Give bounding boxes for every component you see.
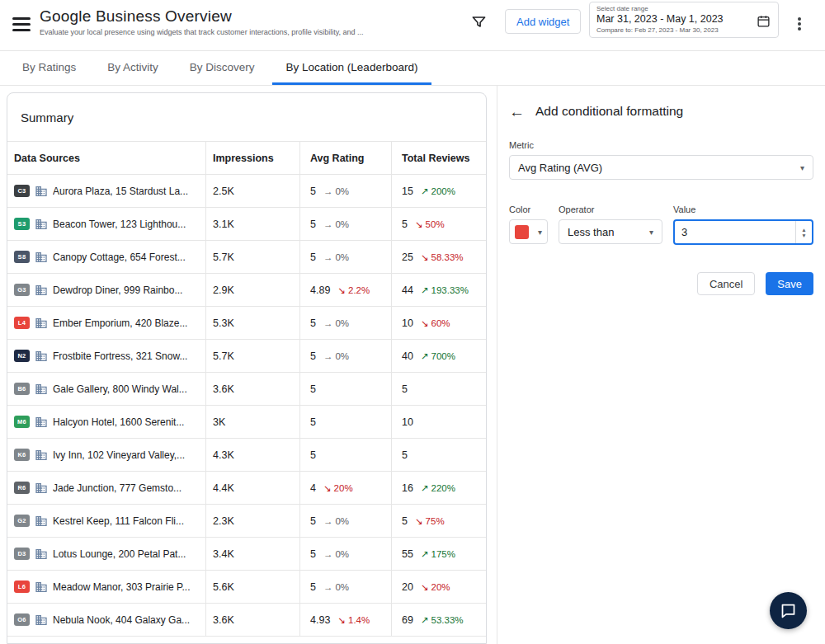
impressions-cell: 5.7K bbox=[205, 241, 299, 273]
tab[interactable]: By Activity bbox=[93, 51, 172, 85]
reviews-trend: ↗ 193.33% bbox=[421, 284, 469, 296]
back-button[interactable]: ← bbox=[509, 104, 525, 120]
page-subtitle: Evaluate your local presence using widge… bbox=[40, 28, 469, 36]
row-name: Aurora Plaza, 15 Stardust La... bbox=[53, 186, 188, 197]
reviews-value: 16 bbox=[402, 482, 413, 494]
total-reviews-cell: 40 ↗ 700% bbox=[391, 340, 486, 372]
tab[interactable]: By Ratings bbox=[8, 51, 90, 85]
total-reviews-cell: 55 ↗ 175% bbox=[391, 538, 486, 570]
filter-button[interactable] bbox=[468, 11, 489, 32]
value-input[interactable] bbox=[673, 219, 813, 245]
metric-select[interactable]: Avg Rating (AVG) ▾ bbox=[509, 155, 813, 180]
cancel-button[interactable]: Cancel bbox=[697, 272, 755, 295]
rating-value: 4.93 bbox=[310, 614, 330, 626]
data-source-cell: S8 Canopy Cottage, 654 Forest... bbox=[7, 241, 205, 273]
add-widget-button[interactable]: Add widget bbox=[505, 9, 581, 34]
tab-label: By Location (Leaderboard) bbox=[286, 61, 418, 73]
calendar-icon bbox=[757, 14, 771, 31]
reviews-trend: ↗ 700% bbox=[421, 350, 455, 362]
more-options-button[interactable] bbox=[793, 13, 806, 35]
row-badge: L4 bbox=[14, 317, 30, 329]
table-row[interactable]: D3 Lotus Lounge, 200 Petal Pat... 3.4K 5… bbox=[7, 538, 486, 571]
table-row[interactable]: B6 Gale Gallery, 800 Windy Wal... 3.6K 5… bbox=[7, 373, 486, 406]
title-block: Google Business Overview Evaluate your l… bbox=[40, 7, 469, 36]
reviews-value: 44 bbox=[402, 284, 413, 296]
impressions-cell: 3.1K bbox=[205, 208, 299, 240]
trend-arrow: ↗ bbox=[421, 186, 429, 197]
row-badge: D3 bbox=[14, 548, 30, 560]
table-row[interactable]: M6 Halcyon Hotel, 1600 Serenit... 3K 5 1… bbox=[7, 406, 486, 439]
building-icon bbox=[35, 416, 48, 429]
rating-value: 5 bbox=[310, 383, 316, 395]
rating-trend: → 0% bbox=[323, 186, 349, 196]
spinner-up-button[interactable]: ▲ bbox=[801, 227, 806, 233]
avg-rating-cell: 5 → 0% bbox=[299, 505, 391, 537]
reviews-trend: ↗ 53.33% bbox=[421, 614, 464, 626]
rating-trend: ↘ 2.2% bbox=[337, 284, 370, 296]
rating-value: 5 bbox=[310, 449, 316, 461]
trend-pct: 0% bbox=[335, 351, 349, 361]
impressions-cell: 2.9K bbox=[205, 274, 299, 306]
table-row[interactable]: C3 Aurora Plaza, 15 Stardust La... 2.5K … bbox=[7, 175, 486, 208]
table-row[interactable]: R6 Jade Junction, 777 Gemsto... 4.4K 4 ↘… bbox=[7, 472, 486, 505]
row-name: Kestrel Keep, 111 Falcon Fli... bbox=[53, 515, 184, 527]
kebab-icon bbox=[798, 16, 801, 32]
data-source-cell: C3 Aurora Plaza, 15 Stardust La... bbox=[7, 175, 205, 207]
data-source-cell: M6 Halcyon Hotel, 1600 Serenit... bbox=[7, 406, 205, 438]
operator-select-value: Less than bbox=[568, 226, 614, 238]
data-source-cell: S3 Beacon Tower, 123 Lighthou... bbox=[7, 208, 205, 240]
spinner-down-button[interactable]: ▼ bbox=[801, 233, 806, 238]
trend-pct: 50% bbox=[426, 219, 445, 229]
building-icon bbox=[35, 613, 48, 627]
row-badge: K6 bbox=[14, 449, 30, 461]
table-row[interactable]: S3 Beacon Tower, 123 Lighthou... 3.1K 5 … bbox=[7, 208, 486, 241]
data-source-cell: L4 Ember Emporium, 420 Blaze... bbox=[7, 307, 205, 339]
tab[interactable]: By Location (Leaderboard) bbox=[272, 51, 432, 85]
rating-trend: → 0% bbox=[323, 582, 349, 592]
impressions-cell: 5.7K bbox=[205, 340, 299, 372]
row-badge: L6 bbox=[14, 581, 30, 593]
rating-trend: → 0% bbox=[323, 219, 349, 229]
table-row[interactable]: L6 Meadow Manor, 303 Prairie P... 5.6K 5… bbox=[7, 571, 486, 604]
trend-pct: 0% bbox=[335, 252, 349, 262]
column-header-data-sources: Data Sources bbox=[7, 142, 205, 174]
row-impressions: 4.4K bbox=[213, 482, 234, 494]
table-row[interactable]: L4 Ember Emporium, 420 Blaze... 5.3K 5 →… bbox=[7, 307, 486, 340]
table-row[interactable]: G3 Dewdrop Diner, 999 Rainbo... 2.9K 4.8… bbox=[7, 274, 486, 307]
operator-label: Operator bbox=[559, 204, 662, 214]
table-row[interactable]: O6 Nebula Nook, 404 Galaxy Ga... 3.6K 4.… bbox=[7, 604, 486, 637]
date-range-label: Select date range bbox=[596, 5, 771, 12]
table-row[interactable]: S8 Canopy Cottage, 654 Forest... 5.7K 5 … bbox=[7, 241, 486, 274]
date-range-picker[interactable]: Select date range Mar 31, 2023 - May 1, … bbox=[589, 2, 779, 38]
tab[interactable]: By Discovery bbox=[176, 51, 269, 85]
total-reviews-cell: 25 ↘ 58.33% bbox=[391, 241, 486, 273]
hamburger-menu-button[interactable] bbox=[12, 17, 31, 32]
row-badge: G3 bbox=[14, 284, 30, 296]
trend-arrow: ↘ bbox=[421, 581, 429, 593]
row-name: Frostbite Fortress, 321 Snow... bbox=[53, 350, 187, 362]
reviews-value: 40 bbox=[402, 350, 413, 362]
rating-value: 5 bbox=[310, 317, 316, 329]
table-row[interactable]: N2 Frostbite Fortress, 321 Snow... 5.7K … bbox=[7, 340, 486, 373]
building-icon bbox=[35, 548, 48, 561]
table-row[interactable]: G2 Kestrel Keep, 111 Falcon Fli... 2.3K … bbox=[7, 505, 486, 538]
save-button[interactable]: Save bbox=[766, 272, 813, 295]
chat-icon bbox=[780, 602, 797, 619]
trend-pct: 20% bbox=[334, 483, 353, 493]
rating-value: 5 bbox=[310, 515, 316, 527]
avg-rating-cell: 5 bbox=[299, 373, 391, 405]
trend-pct: 193.33% bbox=[431, 285, 469, 295]
row-impressions: 2.9K bbox=[213, 284, 234, 296]
row-impressions: 2.3K bbox=[213, 515, 234, 527]
table-body: C3 Aurora Plaza, 15 Stardust La... 2.5K … bbox=[7, 175, 486, 637]
chat-fab-button[interactable] bbox=[770, 592, 807, 629]
reviews-value: 55 bbox=[402, 548, 413, 560]
table-row[interactable]: K6 Ivy Inn, 102 Vineyard Valley,... 4.3K… bbox=[7, 439, 486, 472]
metric-field: Metric Avg Rating (AVG) ▾ bbox=[509, 140, 813, 180]
value-spinner: ▲ ▼ bbox=[795, 221, 812, 243]
trend-pct: 20% bbox=[431, 582, 450, 592]
color-picker[interactable]: ▾ bbox=[509, 219, 548, 244]
operator-select[interactable]: Less than ▾ bbox=[559, 219, 662, 244]
rating-trend: ↘ 1.4% bbox=[337, 614, 370, 626]
building-icon bbox=[35, 350, 48, 363]
